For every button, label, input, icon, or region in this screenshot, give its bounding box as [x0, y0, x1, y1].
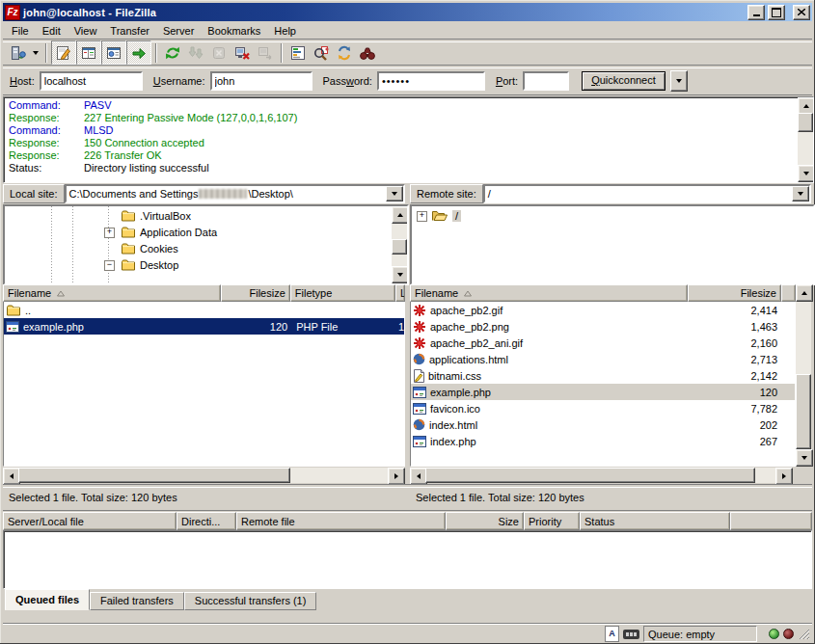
- close-button[interactable]: [793, 5, 810, 20]
- find-files-button[interactable]: [356, 41, 379, 64]
- local-col-filesize[interactable]: Filesize: [221, 284, 290, 302]
- tab-successful-transfers[interactable]: Successful transfers (1): [184, 592, 317, 610]
- site-manager-button[interactable]: [7, 41, 30, 64]
- file-row[interactable]: index.html 202: [411, 416, 795, 433]
- remote-site-combo-dropdown[interactable]: [792, 186, 809, 201]
- menu-transfer[interactable]: Transfer: [103, 23, 156, 39]
- tree-expander[interactable]: −: [104, 260, 115, 271]
- remote-file-list: Filename Filesize apache_pb2.gif 2,414 a…: [410, 284, 811, 467]
- queue-col-remote-file[interactable]: Remote file: [236, 512, 446, 530]
- chevron-down-icon: [676, 79, 682, 83]
- toggle-message-log-button[interactable]: [51, 40, 76, 65]
- refresh-button[interactable]: [161, 41, 184, 64]
- tree-item-virtualbox[interactable]: .VirtualBox: [121, 207, 191, 224]
- queue-col-priority[interactable]: Priority: [524, 512, 580, 530]
- username-input[interactable]: [210, 71, 312, 91]
- menu-help[interactable]: Help: [267, 23, 303, 39]
- toggle-transfer-queue-button[interactable]: [126, 40, 151, 65]
- queue-col-size[interactable]: Size: [446, 512, 524, 530]
- local-site-combo-dropdown[interactable]: [386, 186, 403, 201]
- site-manager-dropdown[interactable]: [30, 43, 41, 63]
- tree-guide-line: [72, 206, 73, 283]
- close-icon: [798, 9, 805, 15]
- toggle-local-tree-button[interactable]: [76, 40, 101, 65]
- local-tree-scrollbar[interactable]: [392, 206, 407, 283]
- port-label: Port:: [496, 75, 518, 87]
- remote-col-filesize[interactable]: Filesize: [688, 284, 781, 302]
- toolbar-separator: [155, 43, 157, 63]
- menu-view[interactable]: View: [68, 23, 104, 39]
- disconnect-button[interactable]: [231, 41, 254, 64]
- local-col-last-modified[interactable]: L: [395, 284, 405, 302]
- file-row-example-php[interactable]: example.php 120 PHP File 1: [4, 318, 404, 335]
- sort-ascending-icon: [57, 290, 65, 297]
- log-scrollbar[interactable]: [798, 97, 813, 182]
- synchronized-browsing-button[interactable]: [333, 41, 356, 64]
- password-input[interactable]: [377, 71, 485, 91]
- file-row[interactable]: applications.html 2,713: [411, 351, 795, 367]
- file-row[interactable]: bitnami.css 2,142: [411, 367, 795, 384]
- menu-server[interactable]: Server: [156, 23, 201, 39]
- scroll-right-icon: [394, 473, 398, 479]
- tree-expander[interactable]: +: [104, 228, 115, 238]
- menu-edit[interactable]: Edit: [36, 23, 68, 39]
- local-list-hscrollbar[interactable]: [3, 468, 405, 483]
- queue-col-server-local-file[interactable]: Server/Local file: [3, 512, 177, 530]
- maximize-icon: [772, 8, 781, 17]
- tab-failed-transfers[interactable]: Failed transfers: [90, 592, 184, 610]
- menu-bar: File Edit View Transfer Server Bookmarks…: [3, 22, 812, 39]
- remote-tree-icon: [105, 44, 122, 62]
- menu-bookmarks[interactable]: Bookmarks: [201, 23, 267, 39]
- speed-limits-icon[interactable]: [623, 630, 639, 639]
- remote-col-filename[interactable]: Filename: [410, 284, 688, 302]
- title-bar[interactable]: Fz john@localhost - FileZilla: [3, 3, 812, 21]
- scroll-right-icon: [782, 473, 786, 479]
- synchronized-browsing-icon: [336, 44, 353, 62]
- file-row[interactable]: favicon.ico 7,782: [411, 400, 795, 416]
- local-file-list-body: .. example.php 120 PHP File 1: [3, 302, 405, 467]
- resize-grip-icon[interactable]: [798, 628, 810, 640]
- file-row-selected[interactable]: example.php 120: [411, 384, 795, 400]
- local-col-filetype[interactable]: Filetype: [290, 284, 395, 302]
- maximize-button[interactable]: [768, 5, 785, 20]
- menu-file[interactable]: File: [5, 23, 36, 39]
- port-input[interactable]: [523, 71, 569, 91]
- tree-expander[interactable]: +: [417, 211, 427, 222]
- file-row[interactable]: apache_pb2.gif 2,414: [411, 302, 795, 318]
- log-line: Response:150 Connection accepted: [6, 137, 813, 149]
- html-file-icon: [413, 353, 425, 365]
- local-col-filename[interactable]: Filename: [3, 284, 221, 302]
- minimize-button[interactable]: [747, 5, 765, 20]
- data-type-indicator-icon[interactable]: A: [605, 626, 619, 642]
- tab-queued-files[interactable]: Queued files: [5, 589, 90, 610]
- directory-listing-filters-button[interactable]: [286, 41, 310, 64]
- tree-item-cookies[interactable]: Cookies: [121, 240, 178, 256]
- toggle-remote-tree-button[interactable]: [101, 40, 126, 65]
- tree-item-application-data[interactable]: Application Data: [121, 224, 217, 240]
- quickconnect-button[interactable]: Quickconnect: [582, 71, 666, 91]
- quickconnect-dropdown[interactable]: [670, 70, 688, 92]
- folder-icon: [121, 258, 136, 271]
- file-row[interactable]: apache_pb2.png 1,463: [411, 318, 795, 335]
- remote-site-combo[interactable]: /: [483, 184, 811, 203]
- remote-list-scrollbar[interactable]: [796, 284, 811, 467]
- host-input[interactable]: [40, 71, 143, 91]
- file-row[interactable]: apache_pb2_ani.gif 2,160: [411, 335, 795, 351]
- reconnect-icon: [257, 44, 274, 62]
- open-folder-icon: [431, 209, 448, 222]
- tree-item-desktop[interactable]: Desktop: [121, 256, 178, 273]
- tree-item-root[interactable]: /: [431, 207, 461, 224]
- local-site-combo[interactable]: C:\Documents and Settings\Desktop\: [65, 184, 405, 203]
- queue-col-status[interactable]: Status: [580, 512, 730, 530]
- minimize-icon: [753, 14, 760, 16]
- queue-body[interactable]: [3, 530, 812, 589]
- file-row[interactable]: index.php 267: [411, 433, 795, 449]
- host-label: Host:: [10, 75, 35, 87]
- directory-comparison-button[interactable]: [310, 41, 333, 64]
- remote-list-hscrollbar[interactable]: [410, 468, 793, 483]
- cancel-icon: [210, 44, 228, 62]
- queue-col-direction[interactable]: Directi...: [177, 512, 236, 530]
- folder-icon: [121, 209, 136, 222]
- file-row-parent-dir[interactable]: ..: [4, 302, 404, 318]
- local-file-list: Filename Filesize Filetype L .. example.…: [3, 284, 405, 467]
